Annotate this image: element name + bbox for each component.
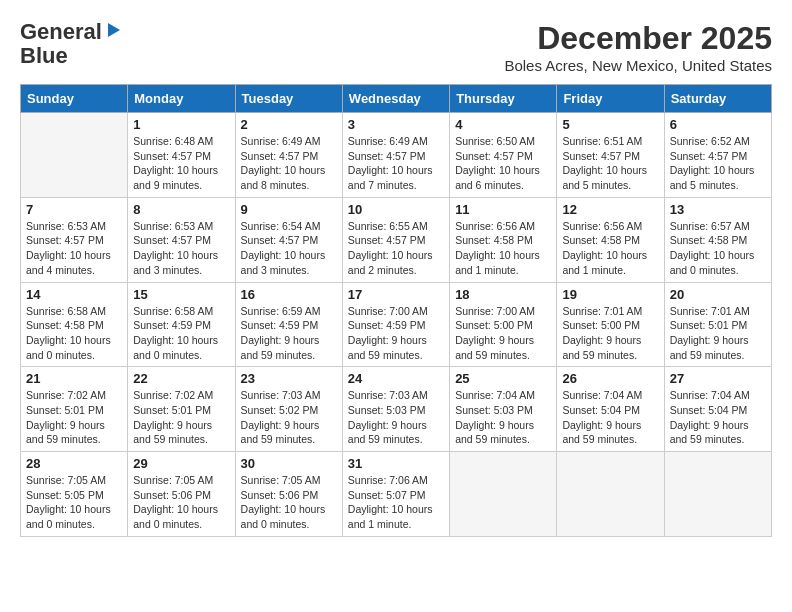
- calendar-cell: [450, 452, 557, 537]
- day-number: 23: [241, 371, 337, 386]
- day-detail: Sunrise: 7:00 AM Sunset: 4:59 PM Dayligh…: [348, 304, 444, 363]
- day-number: 5: [562, 117, 658, 132]
- day-detail: Sunrise: 6:56 AM Sunset: 4:58 PM Dayligh…: [455, 219, 551, 278]
- calendar-cell: 27Sunrise: 7:04 AM Sunset: 5:04 PM Dayli…: [664, 367, 771, 452]
- day-detail: Sunrise: 6:59 AM Sunset: 4:59 PM Dayligh…: [241, 304, 337, 363]
- month-title: December 2025: [504, 20, 772, 57]
- day-detail: Sunrise: 7:06 AM Sunset: 5:07 PM Dayligh…: [348, 473, 444, 532]
- day-detail: Sunrise: 6:57 AM Sunset: 4:58 PM Dayligh…: [670, 219, 766, 278]
- calendar-cell: 18Sunrise: 7:00 AM Sunset: 5:00 PM Dayli…: [450, 282, 557, 367]
- calendar-week-4: 21Sunrise: 7:02 AM Sunset: 5:01 PM Dayli…: [21, 367, 772, 452]
- day-number: 12: [562, 202, 658, 217]
- calendar-cell: 22Sunrise: 7:02 AM Sunset: 5:01 PM Dayli…: [128, 367, 235, 452]
- page-header: General Blue December 2025 Boles Acres, …: [20, 20, 772, 74]
- calendar-cell: 25Sunrise: 7:04 AM Sunset: 5:03 PM Dayli…: [450, 367, 557, 452]
- day-detail: Sunrise: 7:00 AM Sunset: 5:00 PM Dayligh…: [455, 304, 551, 363]
- calendar-cell: [557, 452, 664, 537]
- calendar-cell: 17Sunrise: 7:00 AM Sunset: 4:59 PM Dayli…: [342, 282, 449, 367]
- calendar-cell: 4Sunrise: 6:50 AM Sunset: 4:57 PM Daylig…: [450, 113, 557, 198]
- day-detail: Sunrise: 7:01 AM Sunset: 5:01 PM Dayligh…: [670, 304, 766, 363]
- calendar-cell: 14Sunrise: 6:58 AM Sunset: 4:58 PM Dayli…: [21, 282, 128, 367]
- calendar-cell: 1Sunrise: 6:48 AM Sunset: 4:57 PM Daylig…: [128, 113, 235, 198]
- day-number: 24: [348, 371, 444, 386]
- day-number: 9: [241, 202, 337, 217]
- calendar-cell: 7Sunrise: 6:53 AM Sunset: 4:57 PM Daylig…: [21, 197, 128, 282]
- day-detail: Sunrise: 7:03 AM Sunset: 5:03 PM Dayligh…: [348, 388, 444, 447]
- day-number: 4: [455, 117, 551, 132]
- calendar-week-5: 28Sunrise: 7:05 AM Sunset: 5:05 PM Dayli…: [21, 452, 772, 537]
- calendar-header-tuesday: Tuesday: [235, 85, 342, 113]
- calendar-cell: 3Sunrise: 6:49 AM Sunset: 4:57 PM Daylig…: [342, 113, 449, 198]
- calendar-week-2: 7Sunrise: 6:53 AM Sunset: 4:57 PM Daylig…: [21, 197, 772, 282]
- day-detail: Sunrise: 6:50 AM Sunset: 4:57 PM Dayligh…: [455, 134, 551, 193]
- day-number: 20: [670, 287, 766, 302]
- day-detail: Sunrise: 7:02 AM Sunset: 5:01 PM Dayligh…: [26, 388, 122, 447]
- calendar-header-friday: Friday: [557, 85, 664, 113]
- day-number: 15: [133, 287, 229, 302]
- calendar-cell: 10Sunrise: 6:55 AM Sunset: 4:57 PM Dayli…: [342, 197, 449, 282]
- title-block: December 2025 Boles Acres, New Mexico, U…: [504, 20, 772, 74]
- day-number: 8: [133, 202, 229, 217]
- day-number: 11: [455, 202, 551, 217]
- calendar-header-sunday: Sunday: [21, 85, 128, 113]
- day-number: 2: [241, 117, 337, 132]
- calendar-cell: 15Sunrise: 6:58 AM Sunset: 4:59 PM Dayli…: [128, 282, 235, 367]
- day-detail: Sunrise: 6:58 AM Sunset: 4:58 PM Dayligh…: [26, 304, 122, 363]
- calendar-header-thursday: Thursday: [450, 85, 557, 113]
- day-detail: Sunrise: 6:53 AM Sunset: 4:57 PM Dayligh…: [133, 219, 229, 278]
- calendar-header-monday: Monday: [128, 85, 235, 113]
- day-number: 7: [26, 202, 122, 217]
- day-number: 13: [670, 202, 766, 217]
- calendar-cell: [21, 113, 128, 198]
- day-detail: Sunrise: 7:05 AM Sunset: 5:06 PM Dayligh…: [133, 473, 229, 532]
- day-detail: Sunrise: 7:03 AM Sunset: 5:02 PM Dayligh…: [241, 388, 337, 447]
- day-number: 6: [670, 117, 766, 132]
- day-detail: Sunrise: 7:04 AM Sunset: 5:04 PM Dayligh…: [562, 388, 658, 447]
- day-detail: Sunrise: 6:58 AM Sunset: 4:59 PM Dayligh…: [133, 304, 229, 363]
- calendar-cell: [664, 452, 771, 537]
- calendar-header-saturday: Saturday: [664, 85, 771, 113]
- day-number: 27: [670, 371, 766, 386]
- day-number: 28: [26, 456, 122, 471]
- calendar-cell: 6Sunrise: 6:52 AM Sunset: 4:57 PM Daylig…: [664, 113, 771, 198]
- calendar-header-wednesday: Wednesday: [342, 85, 449, 113]
- day-detail: Sunrise: 7:01 AM Sunset: 5:00 PM Dayligh…: [562, 304, 658, 363]
- calendar-cell: 31Sunrise: 7:06 AM Sunset: 5:07 PM Dayli…: [342, 452, 449, 537]
- day-number: 21: [26, 371, 122, 386]
- logo: General Blue: [20, 20, 122, 68]
- day-detail: Sunrise: 7:05 AM Sunset: 5:06 PM Dayligh…: [241, 473, 337, 532]
- day-detail: Sunrise: 6:48 AM Sunset: 4:57 PM Dayligh…: [133, 134, 229, 193]
- calendar-week-3: 14Sunrise: 6:58 AM Sunset: 4:58 PM Dayli…: [21, 282, 772, 367]
- calendar-cell: 2Sunrise: 6:49 AM Sunset: 4:57 PM Daylig…: [235, 113, 342, 198]
- location: Boles Acres, New Mexico, United States: [504, 57, 772, 74]
- calendar-cell: 5Sunrise: 6:51 AM Sunset: 4:57 PM Daylig…: [557, 113, 664, 198]
- day-detail: Sunrise: 7:04 AM Sunset: 5:03 PM Dayligh…: [455, 388, 551, 447]
- day-number: 16: [241, 287, 337, 302]
- day-detail: Sunrise: 6:52 AM Sunset: 4:57 PM Dayligh…: [670, 134, 766, 193]
- day-detail: Sunrise: 6:49 AM Sunset: 4:57 PM Dayligh…: [348, 134, 444, 193]
- calendar-cell: 30Sunrise: 7:05 AM Sunset: 5:06 PM Dayli…: [235, 452, 342, 537]
- day-number: 1: [133, 117, 229, 132]
- day-number: 19: [562, 287, 658, 302]
- calendar-body: 1Sunrise: 6:48 AM Sunset: 4:57 PM Daylig…: [21, 113, 772, 537]
- day-detail: Sunrise: 7:02 AM Sunset: 5:01 PM Dayligh…: [133, 388, 229, 447]
- calendar-cell: 20Sunrise: 7:01 AM Sunset: 5:01 PM Dayli…: [664, 282, 771, 367]
- calendar-cell: 13Sunrise: 6:57 AM Sunset: 4:58 PM Dayli…: [664, 197, 771, 282]
- logo-blue: Blue: [20, 43, 68, 68]
- day-detail: Sunrise: 7:05 AM Sunset: 5:05 PM Dayligh…: [26, 473, 122, 532]
- calendar-table: SundayMondayTuesdayWednesdayThursdayFrid…: [20, 84, 772, 537]
- day-detail: Sunrise: 6:49 AM Sunset: 4:57 PM Dayligh…: [241, 134, 337, 193]
- day-number: 31: [348, 456, 444, 471]
- calendar-week-1: 1Sunrise: 6:48 AM Sunset: 4:57 PM Daylig…: [21, 113, 772, 198]
- calendar-cell: 23Sunrise: 7:03 AM Sunset: 5:02 PM Dayli…: [235, 367, 342, 452]
- day-detail: Sunrise: 6:51 AM Sunset: 4:57 PM Dayligh…: [562, 134, 658, 193]
- calendar-cell: 29Sunrise: 7:05 AM Sunset: 5:06 PM Dayli…: [128, 452, 235, 537]
- logo-arrow-icon: [104, 21, 122, 39]
- calendar-cell: 24Sunrise: 7:03 AM Sunset: 5:03 PM Dayli…: [342, 367, 449, 452]
- day-detail: Sunrise: 6:54 AM Sunset: 4:57 PM Dayligh…: [241, 219, 337, 278]
- day-detail: Sunrise: 6:53 AM Sunset: 4:57 PM Dayligh…: [26, 219, 122, 278]
- day-detail: Sunrise: 6:56 AM Sunset: 4:58 PM Dayligh…: [562, 219, 658, 278]
- day-number: 30: [241, 456, 337, 471]
- calendar-cell: 8Sunrise: 6:53 AM Sunset: 4:57 PM Daylig…: [128, 197, 235, 282]
- calendar-cell: 16Sunrise: 6:59 AM Sunset: 4:59 PM Dayli…: [235, 282, 342, 367]
